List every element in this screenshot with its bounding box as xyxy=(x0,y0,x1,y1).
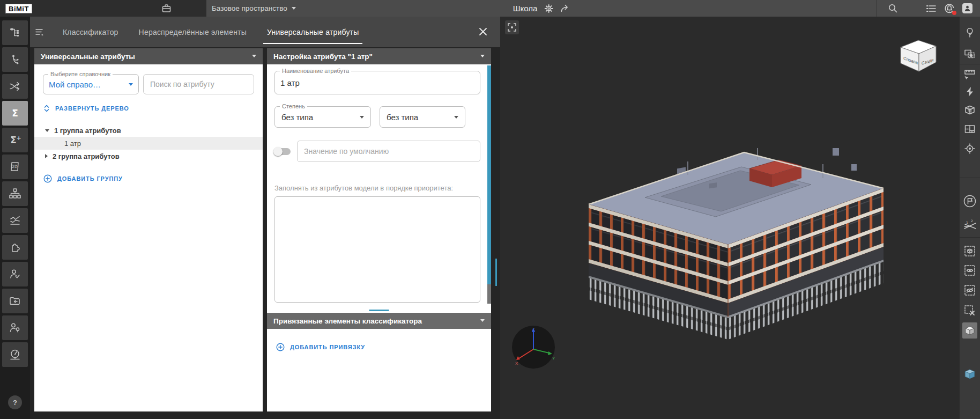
3d-viewport[interactable]: Справа Сзади Z X Y xyxy=(500,17,980,419)
sigma-plus-icon[interactable]: Σ+ xyxy=(2,128,28,152)
add-binding-button[interactable]: ДОБАВИТЬ ПРИВЯЗКУ xyxy=(276,343,484,351)
doc-2d-icon[interactable]: 2D xyxy=(2,155,28,179)
branch-icon[interactable] xyxy=(2,47,28,72)
app-logo[interactable]: BiMiT xyxy=(5,4,32,13)
svg-text:Σ: Σ xyxy=(10,135,17,145)
briefcase-icon[interactable] xyxy=(161,3,172,14)
share-icon[interactable] xyxy=(560,4,570,13)
attribute-name-label: Наименование атрибута xyxy=(280,68,351,74)
chevron-down-icon xyxy=(454,116,458,119)
org-chart-icon[interactable] xyxy=(2,181,28,206)
expand-tree-button[interactable]: РАЗВЕРНУТЬ ДЕРЕВО xyxy=(43,105,254,112)
box-section-icon[interactable] xyxy=(962,102,977,117)
user-location-icon[interactable] xyxy=(2,315,28,340)
flag-icon[interactable] xyxy=(962,194,977,209)
ruler-icon[interactable] xyxy=(962,67,977,82)
model-cube-icon[interactable] xyxy=(962,366,977,381)
attribute-settings-panel: Настройка атрибута "1 атр" Наименование … xyxy=(267,48,491,411)
notification-badge xyxy=(952,11,956,15)
axis-x-label: X xyxy=(515,361,518,366)
axis-z-label: Z xyxy=(532,327,535,332)
trend-chart-icon[interactable] xyxy=(2,208,28,233)
chevron-down-icon xyxy=(252,55,256,57)
show-eye-icon[interactable] xyxy=(962,263,977,278)
select-objects-icon[interactable] xyxy=(962,47,977,62)
shuffle-icon[interactable] xyxy=(2,74,28,99)
priority-list-box[interactable] xyxy=(274,196,480,303)
list-icon[interactable] xyxy=(926,4,937,13)
tree-group-1[interactable]: 1 группа атрибутов xyxy=(34,124,263,137)
delete-selection-icon[interactable] xyxy=(962,303,977,318)
flash-section-icon[interactable] xyxy=(962,84,977,99)
floor-plan-icon[interactable] xyxy=(962,122,977,137)
search-icon[interactable] xyxy=(888,3,898,13)
project-title-group: Школа xyxy=(513,4,570,13)
user-check-icon[interactable] xyxy=(2,262,28,286)
degree-select[interactable]: Степень без типа xyxy=(274,106,371,128)
reference-select[interactable]: Выберите справочник Мой справо… xyxy=(43,74,139,94)
tree-icon[interactable] xyxy=(962,25,977,40)
axis-y-label: Y xyxy=(552,356,555,361)
svg-text:1: 1 xyxy=(966,220,968,224)
type-select-value: без типа xyxy=(387,113,418,122)
chevron-down-icon xyxy=(480,319,485,322)
attribute-settings-body: Наименование атрибута Степень без типа б… xyxy=(267,64,491,313)
attribute-settings-header[interactable]: Настройка атрибута "1 атр" xyxy=(267,48,491,64)
universal-attributes-panel-header[interactable]: Универсальные атрибуты xyxy=(34,48,263,64)
svg-text:2D: 2D xyxy=(12,164,18,169)
workspace-label: Базовое пространство xyxy=(212,4,287,12)
panel-header-title: Настройка атрибута "1 атр" xyxy=(273,53,373,61)
linked-elements-body: ДОБАВИТЬ ПРИВЯЗКУ xyxy=(267,329,491,411)
linked-elements-header[interactable]: Привязанные элементы классификатора xyxy=(267,313,491,329)
help-button[interactable]: ? xyxy=(8,395,22,409)
default-value-input[interactable] xyxy=(297,141,480,162)
sigma-icon[interactable]: Σ xyxy=(2,101,28,126)
folder-share-icon[interactable] xyxy=(2,289,28,313)
type-select[interactable]: без типа xyxy=(380,106,465,128)
outer-scrollbar-thumb[interactable] xyxy=(495,259,497,286)
chevron-down-icon xyxy=(292,7,296,10)
axis-lines-icon[interactable]: 12 xyxy=(962,218,977,233)
building-model[interactable] xyxy=(581,132,889,360)
tree-group-2[interactable]: 2 группа атрибутов xyxy=(34,150,263,163)
svg-text:+: + xyxy=(16,135,21,142)
hide-eye-icon[interactable] xyxy=(962,283,977,298)
panel-menu-icon[interactable] xyxy=(34,27,45,38)
attribute-name-input[interactable] xyxy=(280,78,474,87)
caret-down-icon xyxy=(45,129,49,132)
add-group-button[interactable]: ДОБАВИТЬ ГРУППУ xyxy=(43,174,254,183)
chevron-down-icon xyxy=(129,83,133,86)
gear-icon[interactable] xyxy=(544,4,553,13)
panel-scrollbar[interactable] xyxy=(487,65,491,304)
svg-text:Σ: Σ xyxy=(12,108,18,119)
axis-gizmo[interactable]: Z X Y xyxy=(511,325,555,369)
splitter-handle[interactable] xyxy=(369,310,389,311)
topbar: BiMiT Базовое пространство Школа xyxy=(0,0,980,17)
reference-select-value: Мой справо… xyxy=(49,80,129,89)
reference-select-label: Выберите справочник xyxy=(48,71,113,77)
plus-circle-icon xyxy=(276,343,285,351)
account-icon[interactable] xyxy=(962,3,972,13)
project-title: Школа xyxy=(513,4,538,13)
attribute-name-field[interactable]: Наименование атрибута xyxy=(274,71,480,94)
navigation-cube[interactable]: Справа Сзади xyxy=(895,37,941,73)
workspace-selector[interactable]: Базовое пространство xyxy=(212,4,296,12)
target-icon[interactable] xyxy=(962,141,977,156)
close-icon[interactable] xyxy=(478,26,488,37)
solid-cube-button[interactable] xyxy=(962,323,977,338)
puzzle-icon[interactable] xyxy=(2,235,28,260)
gauge-icon[interactable] xyxy=(2,342,28,367)
topbar-right-section xyxy=(877,0,980,17)
attribute-search-input[interactable] xyxy=(143,74,254,94)
unfold-icon xyxy=(43,105,50,112)
focus-target-button[interactable] xyxy=(505,20,519,34)
default-value-toggle[interactable] xyxy=(274,148,291,155)
tab-unallocated-elements[interactable]: Нераспределённые элементы xyxy=(129,17,257,47)
tree-item-selected[interactable]: 1 атр xyxy=(34,137,263,150)
notifications-bell-icon[interactable] xyxy=(944,3,955,14)
tab-classifier[interactable]: Классификатор xyxy=(53,17,129,47)
classifier-tree-icon[interactable] xyxy=(2,20,28,45)
caret-right-icon xyxy=(45,154,48,158)
tab-universal-attributes[interactable]: Универсальные атрибуты xyxy=(257,17,369,47)
ghost-cube-icon[interactable] xyxy=(962,244,977,259)
